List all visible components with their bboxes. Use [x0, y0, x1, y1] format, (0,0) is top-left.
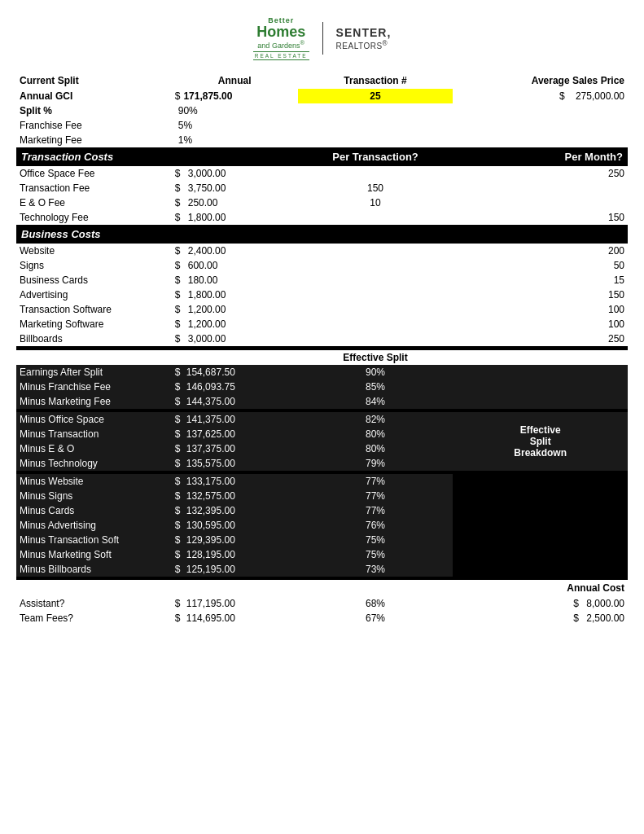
split-pct-value: 90%: [172, 103, 298, 118]
signs-label: Signs: [16, 258, 172, 273]
team-fees-pct: 67%: [298, 611, 453, 626]
transaction-fee-value: 3,750.00: [183, 182, 226, 194]
mktg-software-value: 1,200.00: [183, 318, 226, 330]
annual-cost-label: Annual Cost: [453, 580, 628, 596]
trans-software-dollar: $: [175, 304, 181, 315]
marketing-fee-label: Marketing Fee: [16, 133, 172, 147]
minus-office-pct: 82%: [298, 412, 453, 427]
billboards-row: Billboards $ 3,000.00 250: [16, 331, 628, 346]
annual-gci-label: Annual GCI: [16, 89, 172, 103]
transaction-fee-dollar: $: [175, 182, 181, 194]
bhg-logo: Better Homes and Gardens® REAL ESTATE: [253, 16, 309, 60]
split-pct-row: Split % 90%: [16, 103, 628, 118]
website-value: 2,400.00: [183, 245, 226, 257]
minus-billboards-pct: 73%: [298, 562, 453, 577]
minus-trans-soft-label: Minus Transaction Soft: [16, 533, 172, 547]
annual-gci-trans[interactable]: 25: [298, 89, 453, 103]
advertising-row: Advertising $ 1,800.00 150: [16, 288, 628, 302]
biz-cards-value: 180.00: [183, 274, 218, 286]
mktg-software-per-month: 100: [453, 317, 628, 331]
minus-franchise-label: Minus Franchise Fee: [16, 380, 172, 394]
minus-tech-pct: 79%: [298, 456, 453, 471]
minus-office-label: Minus Office Space: [16, 412, 172, 427]
eo-fee-per-month: [453, 195, 628, 210]
signs-row: Signs $ 600.00 50: [16, 258, 628, 273]
minus-eo-pct: 80%: [298, 441, 453, 456]
billboards-value: 3,000.00: [183, 333, 226, 345]
transaction-costs-header-row: Transaction Costs Per Transaction? Per M…: [16, 147, 628, 166]
business-costs-label: Business Costs: [16, 225, 628, 244]
transaction-costs-label: Transaction Costs: [16, 147, 298, 166]
transaction-fee-label: Transaction Fee: [16, 181, 172, 195]
marketing-fee-row: Marketing Fee 1%: [16, 133, 628, 147]
minus-trans-soft-row: Minus Transaction Soft $ 129,395.00 75%: [16, 533, 628, 547]
billboards-dollar: $: [175, 333, 181, 345]
minus-cards-pct: 77%: [298, 503, 453, 518]
minus-website-label: Minus Website: [16, 474, 172, 489]
avg-dollar: $: [559, 90, 565, 102]
earnings-after-label: Earnings After Split: [16, 365, 172, 380]
effective-split-subheader: Effective Split: [16, 350, 628, 365]
minus-signs-pct: 77%: [298, 489, 453, 503]
minus-advertising-row: Minus Advertising $ 130,595.00 76%: [16, 518, 628, 533]
per-month-label: Per Month?: [453, 147, 628, 166]
biz-cards-dollar: $: [175, 274, 181, 286]
eo-fee-row: E & O Fee $ 250.00 10: [16, 195, 628, 210]
franchise-fee-row: Franchise Fee 5%: [16, 118, 628, 133]
minus-billboards-row: Minus Billboards $ 125,195.00 73%: [16, 562, 628, 577]
minus-advertising-pct: 76%: [298, 518, 453, 533]
advertising-value: 1,800.00: [183, 289, 226, 301]
column-header-row: Current Split Annual Transaction # Avera…: [16, 72, 628, 89]
website-per-month: 200: [453, 244, 628, 258]
minus-mktg-soft-pct: 75%: [298, 547, 453, 562]
signs-value: 600.00: [183, 260, 218, 271]
senter-logo: SENTER, REALTORS®: [336, 26, 392, 50]
eo-fee-dollar: $: [175, 197, 181, 208]
col-header-annual: Annual: [172, 72, 298, 89]
earnings-after-pct: 90%: [298, 365, 453, 380]
minus-advertising-label: Minus Advertising: [16, 518, 172, 533]
team-fees-label: Team Fees?: [16, 611, 172, 626]
mktg-software-dollar: $: [175, 318, 181, 330]
minus-signs-label: Minus Signs: [16, 489, 172, 503]
transaction-fee-per-month: [453, 181, 628, 195]
effective-split-label: Effective Split: [298, 350, 453, 365]
team-fees-row: Team Fees? $ 114,695.00 67% $ 2,500.00: [16, 611, 628, 626]
col-header-avg: Average Sales Price: [453, 72, 628, 89]
logo-divider: [322, 22, 323, 55]
mktg-software-row: Marketing Software $ 1,200.00 100: [16, 317, 628, 331]
office-space-dollar: $: [175, 168, 181, 179]
technology-fee-per-trans: [298, 210, 453, 225]
col-header-split: Current Split: [16, 72, 172, 89]
assistant-label: Assistant?: [16, 596, 172, 611]
annual-gci-dollar: $: [175, 90, 181, 102]
eo-fee-value: 250.00: [183, 197, 218, 208]
minus-franchise-pct: 85%: [298, 380, 453, 394]
eo-fee-label: E & O Fee: [16, 195, 172, 210]
signs-dollar: $: [175, 260, 181, 271]
office-space-per-trans: [298, 166, 453, 181]
eo-fee-per-trans: 10: [298, 195, 453, 210]
minus-cards-label: Minus Cards: [16, 503, 172, 518]
office-space-per-month: 250: [453, 166, 628, 181]
minus-cards-row: Minus Cards $ 132,395.00 77%: [16, 503, 628, 518]
business-costs-header-row: Business Costs: [16, 225, 628, 244]
minus-marketing-label: Minus Marketing Fee: [16, 394, 172, 409]
website-label: Website: [16, 244, 172, 258]
minus-trans-soft-pct: 75%: [298, 533, 453, 547]
annual-cost-header-row: Annual Cost: [16, 580, 628, 596]
marketing-fee-value: 1%: [172, 133, 298, 147]
office-space-value: 3,000.00: [183, 168, 226, 179]
biz-cards-label: Business Cards: [16, 273, 172, 288]
minus-trans-label: Minus Transaction: [16, 427, 172, 441]
assistant-row: Assistant? $ 117,195.00 68% $ 8,000.00: [16, 596, 628, 611]
trans-software-value: 1,200.00: [183, 304, 226, 315]
trans-software-row: Transaction Software $ 1,200.00 100: [16, 302, 628, 317]
avg-value: 275,000.00: [567, 90, 624, 102]
minus-billboards-label: Minus Billboards: [16, 562, 172, 577]
effective-split-breakdown: Effective Split Breakdown: [453, 412, 628, 471]
col-header-trans: Transaction #: [298, 72, 453, 89]
transaction-fee-row: Transaction Fee $ 3,750.00 150: [16, 181, 628, 195]
senter-sub: REALTORS®: [336, 39, 392, 50]
billboards-label: Billboards: [16, 331, 172, 346]
